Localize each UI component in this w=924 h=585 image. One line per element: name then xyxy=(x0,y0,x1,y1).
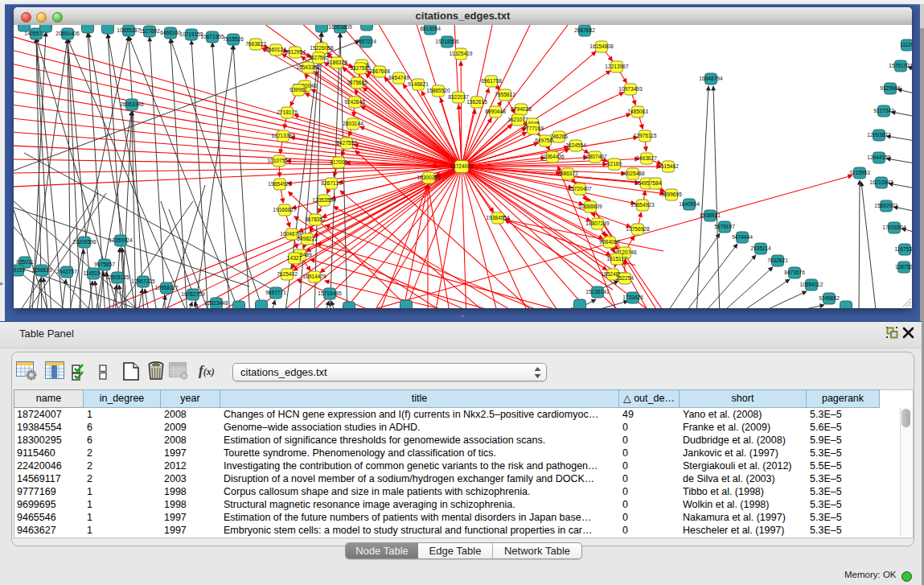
svg-text:18807249: 18807249 xyxy=(585,220,610,226)
svg-text:26053346: 26053346 xyxy=(120,101,144,107)
svg-text:19384554: 19384554 xyxy=(486,215,510,220)
svg-text:417006: 417006 xyxy=(330,159,347,165)
svg-text:2087682: 2087682 xyxy=(574,27,595,33)
svg-text:20206596: 20206596 xyxy=(72,239,97,245)
svg-text:9515462: 9515462 xyxy=(658,163,679,169)
svg-text:14327: 14327 xyxy=(287,255,302,261)
svg-text:252254: 252254 xyxy=(616,275,634,281)
svg-text:11120: 11120 xyxy=(900,42,912,47)
svg-text:16782759: 16782759 xyxy=(181,291,205,297)
svg-text:16648794: 16648794 xyxy=(699,76,723,81)
svg-text:9084067: 9084067 xyxy=(599,239,620,245)
svg-text:10654112: 10654112 xyxy=(800,282,823,287)
svg-text:2942757: 2942757 xyxy=(56,269,77,274)
svg-text:1167533: 1167533 xyxy=(894,246,912,252)
svg-text:12213383: 12213383 xyxy=(271,133,295,138)
svg-text:5498222: 5498222 xyxy=(297,236,318,241)
svg-text:10025488: 10025488 xyxy=(621,171,645,176)
svg-text:9474444: 9474444 xyxy=(732,234,753,240)
svg-text:128753: 128753 xyxy=(895,264,912,270)
svg-text:15751074: 15751074 xyxy=(889,63,912,68)
svg-text:8427552: 8427552 xyxy=(336,140,357,146)
svg-text:39159: 39159 xyxy=(14,267,25,273)
svg-text:15226058: 15226058 xyxy=(310,45,334,51)
svg-text:10671355: 10671355 xyxy=(200,34,224,39)
svg-text:10973493: 10973493 xyxy=(618,86,643,92)
svg-text:10107554: 10107554 xyxy=(267,158,291,163)
svg-text:18724007: 18724007 xyxy=(450,163,474,169)
svg-text:12353594: 12353594 xyxy=(312,197,336,203)
svg-text:20691406: 20691406 xyxy=(55,31,80,36)
svg-text:9146821: 9146821 xyxy=(408,81,429,87)
svg-text:7986372: 7986372 xyxy=(557,171,578,176)
svg-text:15692971: 15692971 xyxy=(874,203,898,208)
svg-text:17016504: 17016504 xyxy=(882,225,906,230)
svg-text:8454749: 8454749 xyxy=(388,75,409,80)
svg-text:16210643: 16210643 xyxy=(869,179,893,185)
svg-text:19654925: 19654925 xyxy=(268,181,292,187)
svg-text:5679197: 5679197 xyxy=(714,224,735,229)
svg-text:7663822: 7663822 xyxy=(245,41,266,47)
svg-text:8990448: 8990448 xyxy=(485,109,506,114)
svg-text:2867608: 2867608 xyxy=(369,68,390,74)
svg-text:1527602: 1527602 xyxy=(139,28,160,34)
svg-text:2718176: 2718176 xyxy=(277,109,298,115)
svg-text:19756928: 19756928 xyxy=(626,226,650,232)
svg-text:8813054: 8813054 xyxy=(420,26,441,31)
svg-text:17957225: 17957225 xyxy=(131,278,155,284)
svg-text:11325419: 11325419 xyxy=(450,51,473,56)
svg-text:6961758: 6961758 xyxy=(481,78,502,84)
svg-text:9245652: 9245652 xyxy=(819,295,840,301)
svg-text:1640954: 1640954 xyxy=(679,201,700,207)
svg-text:8660124: 8660124 xyxy=(265,47,286,52)
svg-text:8471676: 8471676 xyxy=(784,270,805,275)
svg-text:835011: 835011 xyxy=(16,259,34,265)
svg-text:12093872: 12093872 xyxy=(867,132,891,138)
svg-text:7584: 7584 xyxy=(650,180,662,186)
svg-text:16154808: 16154808 xyxy=(589,43,614,49)
svg-text:8186328: 8186328 xyxy=(326,60,347,65)
svg-text:8938921: 8938921 xyxy=(700,212,721,218)
svg-text:2803144: 2803144 xyxy=(343,121,363,126)
svg-text:62160: 62160 xyxy=(607,161,622,167)
svg-text:12923448: 12923448 xyxy=(204,300,228,306)
svg-text:1362615: 1362615 xyxy=(466,99,487,105)
svg-text:9463627: 9463627 xyxy=(636,155,657,161)
svg-text:16053809: 16053809 xyxy=(328,25,352,30)
svg-text:12505135: 12505135 xyxy=(105,274,129,280)
svg-text:7557224: 7557224 xyxy=(355,39,376,44)
svg-text:6466160: 6466160 xyxy=(160,30,181,35)
svg-text:1733426: 1733426 xyxy=(622,295,643,300)
svg-text:9975857: 9975857 xyxy=(94,262,115,267)
svg-text:9242845: 9242845 xyxy=(344,99,365,105)
svg-text:15885520: 15885520 xyxy=(426,88,450,93)
svg-text:1615112: 1615112 xyxy=(606,256,627,262)
svg-text:3624554: 3624554 xyxy=(565,142,586,148)
svg-text:9329966: 9329966 xyxy=(880,85,901,91)
svg-text:17359924: 17359924 xyxy=(109,237,133,243)
svg-text:9657771: 9657771 xyxy=(265,290,286,295)
svg-text:8912954: 8912954 xyxy=(285,49,306,55)
svg-text:10958117: 10958117 xyxy=(155,285,179,290)
svg-text:9227342: 9227342 xyxy=(873,108,894,113)
svg-text:8678352: 8678352 xyxy=(305,216,326,222)
svg-text:19218506: 19218506 xyxy=(435,39,459,44)
svg-text:12213967: 12213967 xyxy=(605,64,629,69)
svg-text:12444159: 12444159 xyxy=(867,154,891,160)
svg-text:15716485: 15716485 xyxy=(318,290,342,296)
svg-text:9777169: 9777169 xyxy=(523,126,544,131)
svg-text:746266: 746266 xyxy=(550,134,568,139)
svg-text:19654923: 19654923 xyxy=(630,202,655,208)
svg-text:9327505: 9327505 xyxy=(350,65,371,71)
svg-text:19166827: 19166827 xyxy=(273,207,297,212)
svg-text:939961: 939961 xyxy=(290,87,307,93)
svg-text:1156819: 1156819 xyxy=(31,267,52,273)
svg-text:9899695: 9899695 xyxy=(661,192,682,197)
svg-text:2935114: 2935114 xyxy=(750,245,771,251)
svg-text:15720407: 15720407 xyxy=(568,186,592,192)
svg-text:3875685: 3875685 xyxy=(347,80,368,85)
svg-text:8267130: 8267130 xyxy=(321,180,342,186)
svg-text:21364436: 21364436 xyxy=(540,154,565,159)
svg-text:10688609: 10688609 xyxy=(578,204,602,209)
svg-text:7632621: 7632621 xyxy=(767,257,788,263)
